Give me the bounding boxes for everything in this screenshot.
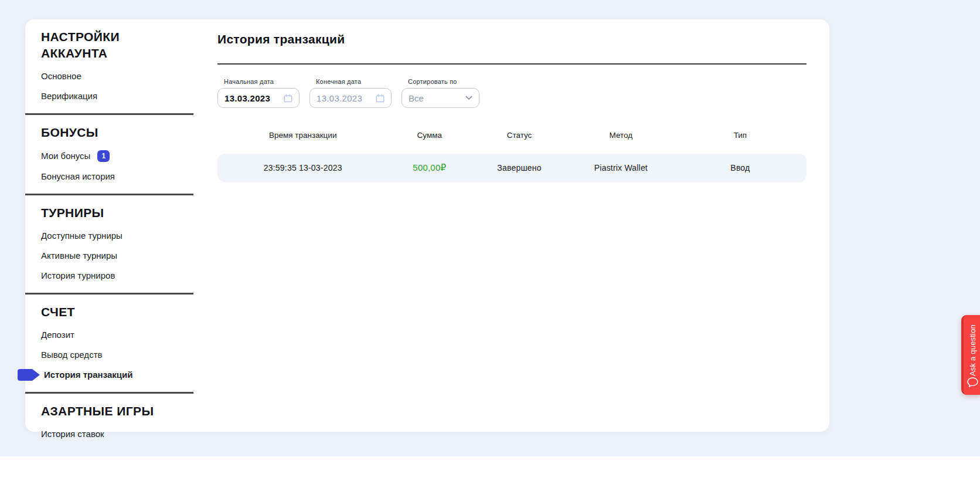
sidebar-item-label: Активные турниры (41, 251, 117, 261)
chat-bubble-icon (967, 377, 978, 390)
main-content: История транзакций Начальная дата (217, 19, 807, 432)
transaction-time: 23:59:35 13-03-2023 (217, 163, 388, 172)
end-date-value[interactable] (317, 93, 370, 103)
page: НАСТРОЙКИ АККАУНТА Основное Верификация … (0, 0, 980, 484)
sidebar-heading-account-balance: СЧЕТ (41, 304, 164, 320)
calendar-icon[interactable] (284, 94, 292, 103)
sort-select[interactable]: Все (401, 88, 479, 108)
sidebar-section-account-balance: СЧЕТ Депозит Вывод средств История транз… (25, 295, 193, 394)
sidebar-section-gambling: АЗАРТНЫЕ ИГРЫ История ставок (25, 394, 193, 451)
sort-filter: Сортировать по Все (401, 78, 479, 108)
table-row: 23:59:35 13-03-2023 500,00₽ Завершено Pi… (217, 154, 807, 182)
ask-a-question-tab[interactable]: Ask a question (961, 315, 980, 395)
start-date-label: Начальная дата (224, 78, 300, 85)
sort-label: Сортировать по (408, 78, 479, 85)
sidebar-item-label: Верификация (41, 91, 97, 101)
filters-bar: Начальная дата Конечная дата (217, 78, 489, 108)
table-header: Время транзакции Сумма Статус Метод Тип (217, 131, 807, 140)
sidebar-item-label: Депозит (41, 330, 74, 340)
sidebar-item-deposit[interactable]: Депозит (41, 330, 182, 340)
sidebar-item-tournament-history[interactable]: История турниров (41, 270, 182, 281)
start-date-filter: Начальная дата (217, 78, 300, 108)
column-header-type: Тип (674, 131, 807, 140)
end-date-input[interactable] (309, 88, 392, 108)
sidebar-item-label: История турниров (41, 270, 115, 281)
column-header-status: Статус (471, 131, 568, 140)
sidebar-item-label: История ставок (41, 429, 104, 439)
active-item-arrow-icon (18, 369, 40, 381)
column-header-method: Метод (568, 131, 674, 140)
sidebar-section-account-settings: НАСТРОЙКИ АККАУНТА Основное Верификация (25, 19, 193, 115)
sidebar-item-available-tournaments[interactable]: Доступные турниры (41, 231, 182, 241)
sidebar-item-label: Вывод средств (41, 350, 102, 360)
sidebar-item-my-bonuses[interactable]: Мои бонусы 1 (41, 150, 182, 162)
sidebar-item-main[interactable]: Основное (41, 71, 182, 82)
sidebar-heading-bonuses: БОНУСЫ (41, 124, 164, 141)
sidebar-item-label: Доступные турниры (41, 231, 122, 241)
sidebar-item-label: Основное (41, 71, 81, 82)
sidebar-section-bonuses: БОНУСЫ Мои бонусы 1 Бонусная история (25, 115, 193, 195)
sidebar-item-label: Мои бонусы (41, 151, 90, 161)
bonus-count-badge: 1 (97, 150, 110, 162)
sidebar-section-tournaments: ТУРНИРЫ Доступные турниры Активные турни… (25, 195, 193, 295)
sidebar-item-label: История транзакций (44, 370, 132, 380)
ask-a-question-label: Ask a question (968, 324, 977, 376)
sidebar-item-transaction-history[interactable]: История транзакций (41, 370, 182, 380)
sidebar: НАСТРОЙКИ АККАУНТА Основное Верификация … (25, 19, 193, 451)
sidebar-heading-tournaments: ТУРНИРЫ (41, 205, 164, 221)
transaction-status: Завершено (471, 163, 568, 172)
chevron-down-icon (465, 96, 472, 100)
column-header-time: Время транзакции (217, 131, 388, 140)
sort-selected-value: Все (409, 93, 424, 103)
account-card: НАСТРОЙКИ АККАУНТА Основное Верификация … (25, 19, 829, 432)
column-header-amount: Сумма (388, 131, 471, 140)
calendar-icon[interactable] (376, 94, 384, 103)
start-date-input[interactable] (217, 88, 300, 108)
sidebar-item-verification[interactable]: Верификация (41, 91, 182, 101)
title-divider (217, 63, 807, 65)
sidebar-item-active-tournaments[interactable]: Активные турниры (41, 251, 182, 261)
start-date-value[interactable] (224, 93, 278, 103)
transaction-amount: 500,00₽ (388, 163, 471, 173)
sidebar-item-label: Бонусная история (41, 171, 115, 182)
page-title: История транзакций (217, 32, 345, 46)
sidebar-item-bet-history[interactable]: История ставок (41, 429, 182, 439)
sidebar-item-withdrawal[interactable]: Вывод средств (41, 350, 182, 360)
end-date-label: Конечная дата (316, 78, 392, 85)
end-date-filter: Конечная дата (309, 78, 392, 108)
sidebar-heading-gambling: АЗАРТНЫЕ ИГРЫ (41, 403, 164, 419)
transaction-method: Piastrix Wallet (568, 163, 674, 172)
transaction-type: Ввод (674, 163, 807, 172)
sidebar-item-bonus-history[interactable]: Бонусная история (41, 171, 182, 182)
sidebar-heading-account-settings: НАСТРОЙКИ АККАУНТА (41, 29, 164, 62)
